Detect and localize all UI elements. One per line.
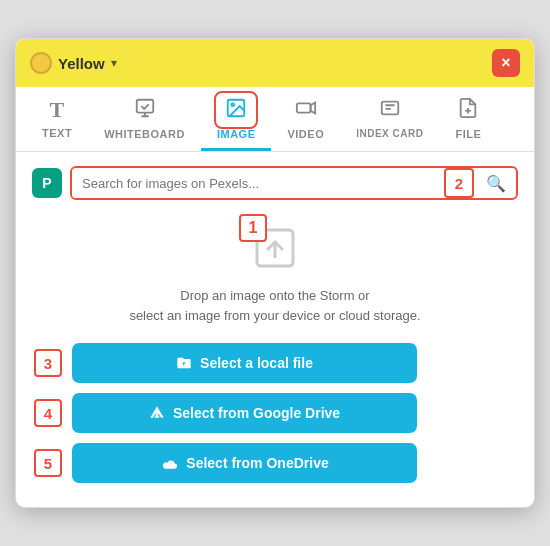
local-file-badge: 3	[34, 349, 62, 377]
select-onedrive-button[interactable]: Select from OneDrive	[72, 443, 417, 483]
image-icon	[225, 97, 247, 124]
color-swatch	[30, 52, 52, 74]
search-icon[interactable]: 🔍	[476, 174, 516, 193]
file-icon	[457, 97, 479, 124]
index-card-icon	[379, 97, 401, 124]
search-input[interactable]	[72, 169, 444, 198]
google-drive-icon	[149, 405, 165, 421]
whiteboard-icon	[134, 97, 156, 124]
drop-badge: 1	[239, 214, 267, 242]
video-icon	[295, 97, 317, 124]
select-local-file-button[interactable]: Select a local file	[72, 343, 417, 383]
onedrive-icon	[160, 456, 178, 470]
close-button[interactable]: ×	[492, 49, 520, 77]
action-buttons: 3 Select a local file 4 Select from Goog…	[36, 343, 514, 483]
google-drive-badge: 4	[34, 399, 62, 427]
tab-video-label: VIDEO	[287, 128, 324, 140]
tab-index-card[interactable]: INDEX CARD	[340, 87, 439, 151]
tab-file[interactable]: FILE	[439, 87, 497, 151]
main-content: 1 Drop an image onto the Storm or select…	[16, 208, 534, 507]
tabs-bar: T TEXT WHITEBOARD IMAGE VIDEO	[16, 87, 534, 152]
tab-image-label: IMAGE	[217, 128, 256, 140]
text-icon: T	[49, 97, 64, 123]
pexels-logo: P	[32, 168, 62, 198]
search-badge: 2	[444, 168, 474, 198]
svg-rect-3	[297, 103, 311, 112]
local-file-wrapper: 3 Select a local file	[72, 343, 478, 383]
header-label-row: Yellow ▾	[30, 52, 117, 74]
google-drive-wrapper: 4 Select from Google Drive	[72, 393, 478, 433]
svg-point-2	[232, 103, 235, 106]
select-google-drive-button[interactable]: Select from Google Drive	[72, 393, 417, 433]
local-file-icon	[176, 355, 192, 371]
tab-file-label: FILE	[455, 128, 481, 140]
tab-video[interactable]: VIDEO	[271, 87, 340, 151]
search-area: P 2 🔍	[16, 152, 534, 208]
modal: Yellow ▾ × T TEXT WHITEBOARD IMAGE	[15, 38, 535, 508]
drop-zone: 1	[251, 224, 299, 276]
svg-rect-0	[136, 100, 153, 113]
tab-text[interactable]: T TEXT	[26, 87, 88, 151]
chevron-down-icon: ▾	[111, 56, 117, 70]
tab-whiteboard[interactable]: WHITEBOARD	[88, 87, 201, 151]
header-title: Yellow	[58, 55, 105, 72]
onedrive-wrapper: 5 Select from OneDrive	[72, 443, 478, 483]
drop-instructions: Drop an image onto the Storm or select a…	[129, 286, 420, 325]
tab-index-card-label: INDEX CARD	[356, 128, 423, 139]
modal-header: Yellow ▾ ×	[16, 39, 534, 87]
onedrive-badge: 5	[34, 449, 62, 477]
tab-text-label: TEXT	[42, 127, 72, 139]
tab-image[interactable]: IMAGE	[201, 87, 272, 151]
tab-whiteboard-label: WHITEBOARD	[104, 128, 185, 140]
search-input-wrapper: 2 🔍	[70, 166, 518, 200]
